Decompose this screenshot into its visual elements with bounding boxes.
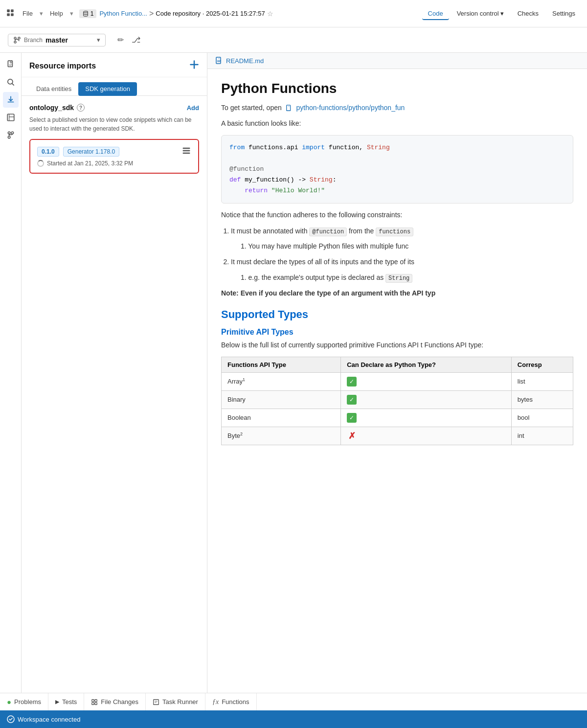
branch-name: master xyxy=(45,36,94,44)
help-menu-item[interactable]: Help xyxy=(47,9,66,18)
svg-rect-1 xyxy=(11,9,14,12)
svg-point-6 xyxy=(14,41,16,43)
types-table: Functions API Type Can Declare as Python… xyxy=(221,357,573,445)
workspace-check-icon xyxy=(7,715,15,723)
resource-panel-header: Resource imports xyxy=(22,53,207,77)
svg-rect-10 xyxy=(7,114,14,121)
content-area: README.md Python Functions To get starte… xyxy=(207,53,587,693)
primitive-desc: Below is the full list of currently supp… xyxy=(221,340,573,350)
sdk-started: Started at Jan 21, 2025, 3:32 PM xyxy=(37,160,191,167)
sidebar-icon-book[interactable] xyxy=(3,110,19,125)
resource-panel-title: Resource imports xyxy=(29,62,96,70)
breadcrumb-title: Code repository · 2025-01-21 15:27:57 xyxy=(156,10,265,17)
sdk-description: Select a published version to view code … xyxy=(29,115,199,133)
svg-rect-14 xyxy=(183,148,190,149)
functions-fx-icon: ƒx xyxy=(212,698,219,706)
constraints-list: It must be annotated with @function from… xyxy=(221,226,573,284)
problems-label: Problems xyxy=(14,698,41,705)
table-row: Array1 ✓ list xyxy=(222,372,573,390)
bottom-tests[interactable]: ▶ Tests xyxy=(48,693,84,710)
file-menu: File ▾ Help ▾ xyxy=(20,9,76,18)
tests-play-icon: ▶ xyxy=(55,699,59,705)
svg-point-4 xyxy=(83,11,88,13)
card-menu-icon[interactable] xyxy=(181,146,191,156)
readme-link[interactable]: python-functions/python/python_fun xyxy=(296,104,405,112)
svg-rect-21 xyxy=(92,702,94,704)
readme-h1: Python Functions xyxy=(221,81,573,96)
add-link[interactable]: Add xyxy=(187,104,199,112)
sdk-version-card[interactable]: 0.1.0 Generator 1.178.0 Started at Jan 2… xyxy=(29,139,199,174)
workspace-status-text: Workspace connected xyxy=(18,716,80,723)
sdk-section-title: ontology_sdk ? Add xyxy=(29,104,199,112)
table-header-declare: Can Declare as Python Type? xyxy=(341,357,512,372)
tests-label: Tests xyxy=(62,698,77,705)
workspace-connected: Workspace connected xyxy=(7,715,80,723)
svg-rect-15 xyxy=(183,150,190,152)
svg-rect-2 xyxy=(7,13,10,16)
readme-content: Python Functions To get started, open py… xyxy=(207,69,587,457)
note-text: Note: Even if you declare the type of an… xyxy=(221,288,573,298)
breadcrumb-parent[interactable]: Python Functio... xyxy=(99,10,147,17)
readme-h2-supported: Supported Types xyxy=(221,308,573,321)
resource-panel: Resource imports Data entities SDK gener… xyxy=(22,53,207,693)
tab-sdk-generation[interactable]: SDK generation xyxy=(78,82,137,96)
check-icon: ✓ xyxy=(347,395,357,405)
star-icon[interactable]: ☆ xyxy=(267,10,273,18)
branch-selector-icon xyxy=(13,36,21,44)
sidebar-icon-file[interactable] xyxy=(3,57,19,72)
table-row: Binary ✓ bytes xyxy=(222,390,573,409)
panel-tabs: Data entities SDK generation xyxy=(22,77,207,96)
svg-point-13 xyxy=(11,132,14,134)
sdk-name: ontology_sdk xyxy=(29,104,74,112)
table-header-corr: Corresp xyxy=(511,357,573,372)
help-icon[interactable]: ? xyxy=(77,104,85,112)
spinner-icon xyxy=(37,160,44,167)
readme-filename: README.md xyxy=(226,57,264,65)
tab-settings[interactable]: Settings xyxy=(546,7,581,20)
started-label: Started at Jan 21, 2025, 3:32 PM xyxy=(47,160,133,167)
branch-actions: ✏ ⎇ xyxy=(115,33,142,46)
svg-point-11 xyxy=(8,132,10,134)
tab-code[interactable]: Code xyxy=(422,7,449,20)
branch-label: Branch xyxy=(24,37,43,44)
task-runner-icon xyxy=(153,699,159,705)
tab-data-entities[interactable]: Data entities xyxy=(29,82,78,95)
sidebar-icon-branch[interactable] xyxy=(3,127,19,143)
sidebar-icon-download[interactable] xyxy=(3,92,19,108)
table-row: Byte2 ✗ int xyxy=(222,427,573,445)
sidebar-icon-search[interactable] xyxy=(3,74,19,90)
tab-version-control[interactable]: Version control ▾ xyxy=(451,7,510,20)
task-runner-label: Task Runner xyxy=(162,698,198,705)
code-block: from functions.api import function, Stri… xyxy=(221,135,573,204)
breadcrumb: Python Functio... > Code repository · 20… xyxy=(99,9,273,18)
breadcrumb-separator: > xyxy=(149,9,154,18)
bottom-functions[interactable]: ƒx Functions xyxy=(205,693,257,710)
tab-checks[interactable]: Checks xyxy=(512,7,544,20)
edit-branch-button[interactable]: ✏ xyxy=(115,33,126,46)
top-bar-left: File ▾ Help ▾ 1 Python Functio... > Code… xyxy=(6,8,418,19)
fork-branch-button[interactable]: ⎇ xyxy=(130,33,142,46)
generator-badge: Generator 1.178.0 xyxy=(63,147,119,157)
file-menu-item[interactable]: File xyxy=(20,9,36,18)
functions-label: Functions xyxy=(222,698,249,705)
branch-bar: Branch master ▾ ✏ ⎇ xyxy=(0,27,587,53)
svg-point-12 xyxy=(8,136,10,138)
sdk-version-row: 0.1.0 Generator 1.178.0 xyxy=(37,146,191,157)
readme-header[interactable]: README.md xyxy=(207,53,587,69)
resource-panel-icon[interactable] xyxy=(189,60,199,72)
version-badge: 0.1.0 xyxy=(37,147,59,157)
check-icon: ✓ xyxy=(347,377,357,387)
bottom-file-changes[interactable]: File Changes xyxy=(84,693,146,710)
top-bar: File ▾ Help ▾ 1 Python Functio... > Code… xyxy=(0,0,587,27)
top-bar-nav: Code Version control ▾ Checks Settings xyxy=(422,7,581,20)
svg-point-7 xyxy=(18,37,20,39)
bottom-task-runner[interactable]: Task Runner xyxy=(146,693,205,710)
branch-selector[interactable]: Branch master ▾ xyxy=(8,34,106,46)
repo-icon xyxy=(6,8,15,19)
svg-rect-23 xyxy=(154,699,159,705)
main-layout: Resource imports Data entities SDK gener… xyxy=(0,53,587,693)
file-link-icon xyxy=(286,105,293,112)
db-badge[interactable]: 1 xyxy=(79,9,97,18)
readme-intro: To get started, open python-functions/py… xyxy=(221,102,573,113)
bottom-problems[interactable]: ● Problems xyxy=(0,693,48,710)
